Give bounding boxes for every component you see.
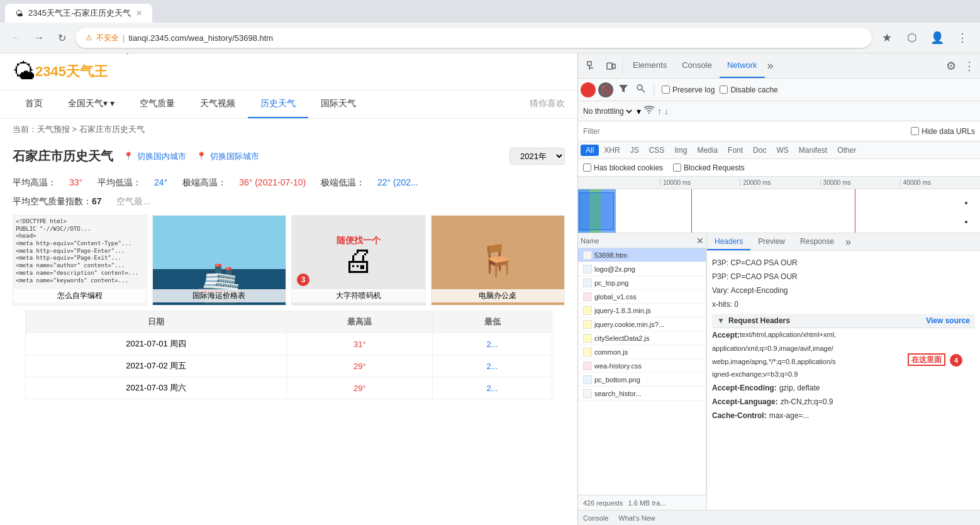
address-input[interactable]: ⚠ 不安全 | tianqi.2345.com/wea_history/5369… xyxy=(75,28,872,48)
item-name-city: citySelectData2.js xyxy=(594,334,701,342)
hide-data-urls-checkbox[interactable]: Hide data URLs xyxy=(911,127,975,136)
bookmark-button[interactable]: ★ xyxy=(877,28,897,48)
throttle-dropdown-btn[interactable]: ▾ xyxy=(637,106,641,116)
nav-aqi[interactable]: 空气质量 xyxy=(127,91,187,118)
blocked-cookies-label: Has blocked cookies xyxy=(594,163,663,172)
nav-intl[interactable]: 国际天气 xyxy=(308,91,369,118)
forward-button[interactable]: → xyxy=(30,29,48,47)
network-item-logo[interactable]: logo@2x.png xyxy=(578,262,706,276)
type-img[interactable]: Img xyxy=(669,145,692,156)
network-item-cookie[interactable]: jquery.cookie.min.js?... xyxy=(578,318,706,331)
tab-more-btn[interactable]: » xyxy=(765,59,776,72)
nav-weather[interactable]: 全国天气▾ xyxy=(55,91,127,118)
type-doc[interactable]: Doc xyxy=(748,145,771,156)
stop-button[interactable]: 🚫 xyxy=(598,82,613,97)
disable-cache-input[interactable] xyxy=(720,86,728,94)
item-icon-jquery xyxy=(583,306,592,315)
tab-close[interactable]: ✕ xyxy=(136,9,142,18)
type-all[interactable]: All xyxy=(581,145,599,156)
col-close-btn[interactable]: ✕ xyxy=(696,236,704,246)
blocked-requests-filter[interactable]: Blocked Requests xyxy=(673,163,745,172)
devtools-menu-btn[interactable]: ⋮ xyxy=(961,59,977,73)
network-item-pcbottom[interactable]: pc_bottom.png xyxy=(578,373,706,387)
year-select[interactable]: 2021年 xyxy=(509,148,565,165)
type-css[interactable]: CSS xyxy=(644,145,670,156)
ad-ship[interactable]: 🚢 国际海运价格表 xyxy=(152,215,287,306)
city-switch-domestic[interactable]: 📍 切换国内城市 xyxy=(123,151,186,162)
detail-tab-headers[interactable]: Headers xyxy=(707,233,750,250)
network-item-jquery[interactable]: jquery-1.8.3.min.js xyxy=(578,304,706,318)
item-icon-pctop xyxy=(583,279,592,287)
blocked-cookies-checkbox[interactable] xyxy=(583,163,591,172)
logo-text: 2345天气王 xyxy=(35,62,108,81)
wifi-button[interactable] xyxy=(643,106,655,116)
extensions-button[interactable]: ⬡ xyxy=(902,28,922,48)
back-button[interactable]: ← xyxy=(8,29,25,47)
download-button[interactable]: ↓ xyxy=(664,106,669,116)
svg-point-6 xyxy=(637,85,642,90)
has-blocked-cookies-filter[interactable]: Has blocked cookies xyxy=(583,163,663,172)
network-item-search[interactable]: search_histor... xyxy=(578,387,706,401)
devtools-inspect-btn[interactable] xyxy=(583,57,601,75)
type-ws[interactable]: WS xyxy=(771,145,793,156)
extreme-low-val: 22° (202... xyxy=(377,177,418,187)
xhits-val: x-hits: 0 xyxy=(712,299,738,310)
ad-device[interactable]: 🖨 随便找一个 3 大字符喷码机 xyxy=(291,215,426,306)
nav-history[interactable]: 历史天气 xyxy=(248,91,308,118)
nav-home[interactable]: 首页 xyxy=(13,91,55,118)
network-item-common[interactable]: common.js xyxy=(578,345,706,359)
network-detail: Headers Preview Response » P3P: CP=CAO P… xyxy=(707,233,980,510)
preserve-log-input[interactable] xyxy=(662,86,670,94)
hide-data-urls-input[interactable] xyxy=(911,127,919,135)
table-wrapper: 日期 最高温 最低 2021-07-01 周四 31° 2... 2021-07… xyxy=(0,311,577,399)
network-item-globalcss[interactable]: global_v1.css xyxy=(578,290,706,304)
network-item-pctop[interactable]: pc_top.png xyxy=(578,276,706,290)
devtools-settings-btn[interactable]: ⚙ xyxy=(941,59,961,73)
type-manifest[interactable]: Manifest xyxy=(794,145,832,156)
detail-tab-response[interactable]: Response xyxy=(793,233,842,250)
preserve-log-checkbox[interactable]: Preserve log xyxy=(662,86,715,94)
active-tab[interactable]: 🌤 2345天气王-石家庄历史天气 ✕ xyxy=(5,4,152,23)
nav-video[interactable]: 天气视频 xyxy=(187,91,248,118)
device-icon xyxy=(606,61,616,71)
devtools-device-btn[interactable] xyxy=(602,57,620,75)
detail-tab-preview[interactable]: Preview xyxy=(750,233,793,250)
type-font[interactable]: Font xyxy=(723,145,748,156)
hide-data-urls-label: Hide data URLs xyxy=(922,127,975,136)
ad-table[interactable]: 🪑 电脑办公桌 xyxy=(431,215,565,306)
tab-network[interactable]: Network xyxy=(720,53,765,78)
svg-rect-0 xyxy=(587,62,591,65)
network-item-53698[interactable]: 53698.htm xyxy=(578,248,706,262)
network-item-city[interactable]: citySelectData2.js xyxy=(578,331,706,345)
request-headers-section[interactable]: ▼ Request Headers View source xyxy=(712,314,975,328)
breadcrumb: 当前：天气预报 > 石家庄市历史天气 xyxy=(0,119,577,140)
network-item-weacss[interactable]: wea-history.css xyxy=(578,359,706,373)
city-switch-intl[interactable]: 📍 切换国际城市 xyxy=(196,151,259,162)
accept-val: text/html,application/xhtml+xml, xyxy=(740,329,836,341)
blocked-requests-checkbox[interactable] xyxy=(673,163,681,172)
console-tab-bottom[interactable]: Console xyxy=(583,514,608,522)
type-other[interactable]: Other xyxy=(832,145,861,156)
whats-new-tab[interactable]: What's New xyxy=(618,514,655,522)
type-js[interactable]: JS xyxy=(625,145,644,156)
filter-input[interactable] xyxy=(583,127,911,136)
menu-button[interactable]: ⋮ xyxy=(952,28,972,48)
search-button[interactable] xyxy=(633,82,649,97)
type-media[interactable]: Media xyxy=(692,145,723,156)
filter-button[interactable] xyxy=(616,82,631,97)
type-xhr[interactable]: XHR xyxy=(599,145,625,156)
reload-button[interactable]: ↻ xyxy=(53,29,70,47)
tab-console[interactable]: Console xyxy=(674,53,720,78)
extreme-high-val: 36° (2021-07-10) xyxy=(239,177,306,187)
upload-button[interactable]: ↑ xyxy=(657,106,662,116)
triangle-icon: ▼ xyxy=(717,316,725,325)
location-icon-2: 📍 xyxy=(196,152,206,161)
record-button[interactable] xyxy=(581,82,596,97)
disable-cache-checkbox[interactable]: Disable cache xyxy=(720,86,777,94)
profile-button[interactable]: 👤 xyxy=(927,28,947,48)
view-source-btn[interactable]: View source xyxy=(926,316,970,325)
ad-code[interactable]: <!DOCTYPE html> PUBLIC "-//W3C//DTD... <… xyxy=(13,215,147,306)
tab-elements[interactable]: Elements xyxy=(625,53,674,78)
throttle-select[interactable]: No throttling xyxy=(581,106,634,116)
detail-tab-more[interactable]: » xyxy=(842,233,855,250)
